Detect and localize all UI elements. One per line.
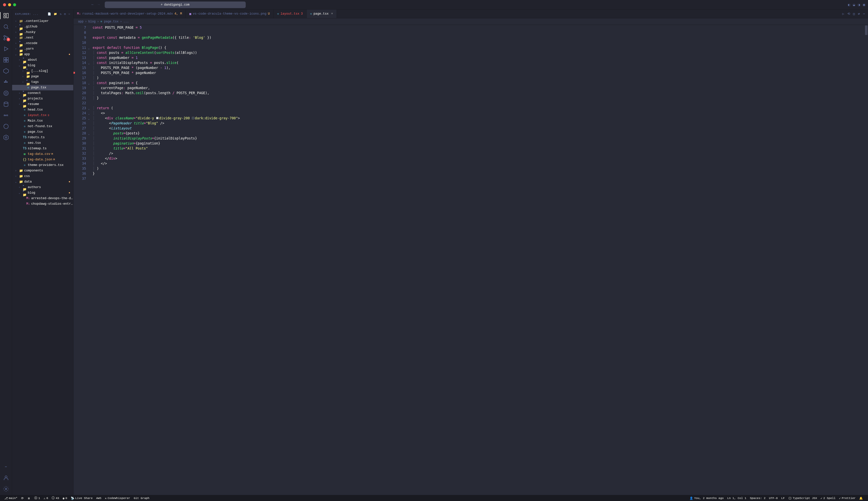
tree-item[interactable]: ⚛theme-providers.tsx	[12, 162, 73, 168]
minimize-window[interactable]	[8, 3, 11, 6]
k8s-activity[interactable]	[3, 135, 9, 140]
diff-icon[interactable]: ⇄	[858, 12, 860, 16]
layout-panel-right-icon[interactable]: ◨	[858, 3, 860, 7]
tree-item[interactable]: ⚛page.tsx	[12, 129, 73, 135]
file-tree[interactable]: ›📁.contentlayer›▸📁.github›▸📁.husky›📁.nex…	[12, 18, 73, 495]
statusbar-item[interactable]: ⟳	[19, 496, 26, 500]
tree-item[interactable]: TSsitemap.ts	[12, 146, 73, 151]
tree-item[interactable]: ›▸📁authors	[12, 184, 73, 190]
tree-item[interactable]: ⊞tag-data.csvM	[12, 151, 73, 157]
statusbar-item[interactable]: 📡Live Share	[69, 496, 94, 500]
tree-item[interactable]: ⌄📁data●	[12, 179, 73, 184]
nx-activity[interactable]	[3, 68, 9, 74]
scrollbar[interactable]	[865, 25, 868, 495]
tree-item[interactable]: ›▸📁[...slug]	[12, 68, 73, 74]
tree-item[interactable]: TSrobots.ts	[12, 135, 73, 140]
collapse-icon[interactable]: ⊟	[64, 12, 66, 15]
tree-item[interactable]: ⌄▸📁blog●	[12, 190, 73, 195]
refresh-icon[interactable]: ↻	[60, 12, 62, 15]
split-icon[interactable]: ◫	[853, 12, 855, 16]
new-folder-icon[interactable]: 📁	[54, 12, 57, 15]
code-editor[interactable]: 7891011⌄121314⌄15161718⌄1920212223⌄24⌄25…	[74, 25, 868, 495]
debug-icon[interactable]: ⟲	[847, 12, 850, 16]
tree-item[interactable]: ⚛Main.tsx	[12, 118, 73, 124]
layout-panel-left-icon[interactable]: ◧	[848, 3, 850, 7]
tree-item[interactable]: ⚛seo.tsx	[12, 140, 73, 146]
tree-item[interactable]: ›▸📁projects	[12, 96, 73, 102]
aws-activity[interactable]: aws	[3, 112, 9, 118]
layout-customize-icon[interactable]: ▦	[863, 3, 865, 7]
tree-item[interactable]: ›▸📁connect	[12, 90, 73, 96]
tree-item[interactable]: {}tag-data.jsonM	[12, 157, 73, 162]
tree-item[interactable]: ⌄▸📁blog	[12, 63, 73, 68]
maximize-window[interactable]	[13, 3, 16, 6]
editor-tab[interactable]: ⚛page.tsx×	[307, 10, 337, 18]
statusbar-item[interactable]: 🔔	[857, 497, 866, 500]
breadcrumb-item[interactable]: ...	[124, 20, 129, 23]
tree-item[interactable]: ⚛not-found.tsx	[12, 124, 73, 129]
statusbar-item[interactable]: ⓘ43	[50, 496, 61, 500]
statusbar-item[interactable]: AWS	[94, 496, 103, 500]
layout-panel-bottom-icon[interactable]: ⬓	[853, 3, 855, 7]
statusbar-item[interactable]: ⓧ1	[32, 496, 42, 500]
editor-tab[interactable]: M↓rsonal-macbook-work-and-developer-setu…	[74, 10, 186, 18]
tree-item[interactable]: ›▸📁tags	[12, 79, 73, 85]
tree-item[interactable]: M↓arrested-devops-the-dev...	[12, 195, 73, 201]
more-icon[interactable]: ⋯	[68, 12, 70, 15]
editor-tab[interactable]: ⚛layout.tsx3	[274, 10, 307, 18]
account-activity[interactable]	[3, 475, 9, 481]
tree-item[interactable]: ›▸📁resume	[12, 102, 73, 107]
more-tab-icon[interactable]: ⋯	[863, 12, 865, 16]
tree-item[interactable]: ›📁components	[12, 168, 73, 173]
extensions-activity[interactable]	[3, 57, 9, 63]
editor-tab[interactable]: ▣vs-code-dracula-theme-vs-code-icons.png…	[186, 10, 274, 18]
turbo-activity[interactable]	[3, 90, 9, 96]
database-activity[interactable]	[3, 101, 9, 107]
scm-activity[interactable]: 4	[3, 35, 9, 41]
explorer-activity[interactable]	[3, 13, 9, 19]
statusbar-item[interactable]: LF	[779, 497, 786, 500]
command-center[interactable]: ⌕ dandigangi.com	[105, 1, 246, 8]
docker-activity[interactable]	[3, 79, 9, 85]
code-content[interactable]: const POSTS_PER_PAGE = 5export const met…	[91, 25, 868, 495]
more-activity[interactable]: ⋯	[3, 464, 9, 470]
statusbar-item[interactable]: Git Graph	[132, 496, 151, 500]
tree-item[interactable]: ⚛page.tsx	[12, 85, 73, 90]
tree-item[interactable]: ›📁.contentlayer	[12, 18, 73, 24]
statusbar-item[interactable]: Ln 1, Col 1	[726, 497, 748, 500]
new-file-icon[interactable]: 📄	[47, 12, 51, 15]
statusbar-item[interactable]: ✓Prettier	[837, 497, 857, 500]
breadcrumb-item[interactable]: ⚛ page.tsx	[100, 20, 119, 23]
breadcrumb-item[interactable]: blog	[88, 20, 96, 23]
statusbar-item[interactable]: UTF-8	[767, 497, 780, 500]
settings-activity[interactable]	[3, 486, 9, 492]
search-activity[interactable]	[3, 24, 9, 30]
tree-item[interactable]: ›▸📁.husky	[12, 30, 73, 35]
tree-item[interactable]: ⚛head.tsx	[12, 107, 73, 113]
statusbar-item[interactable]: ◉0	[61, 496, 69, 500]
statusbar-item[interactable]: Spaces: 2	[748, 497, 767, 500]
close-tab-icon[interactable]: ×	[331, 12, 333, 15]
breadcrumb[interactable]: app › blog › ⚛ page.tsx › ...	[74, 18, 868, 25]
tree-item[interactable]: ›▸📁about	[12, 57, 73, 63]
tree-item[interactable]: ›📁css	[12, 173, 73, 179]
run-activity[interactable]	[3, 46, 9, 52]
nav-back[interactable]: ←	[92, 3, 94, 7]
statusbar-item[interactable]: ✕CodeWhisperer	[103, 496, 132, 500]
tree-item[interactable]: M↓chopdawg-studios-entrep...	[12, 201, 73, 207]
tree-item[interactable]: ⌄📁app●	[12, 52, 73, 57]
statusbar-item[interactable]: 👤You, 2 months ago	[688, 497, 725, 500]
breadcrumb-item[interactable]: app	[78, 20, 84, 23]
tree-item[interactable]: ›▸📁.yarn	[12, 46, 73, 52]
close-window[interactable]	[3, 3, 6, 6]
edge-activity[interactable]	[3, 124, 9, 129]
statusbar-item[interactable]: ⚠6	[42, 496, 50, 500]
tree-item[interactable]: ›📁page	[12, 74, 73, 79]
statusbar-item[interactable]: ✓2 Spell	[819, 497, 837, 500]
tree-item[interactable]: ⚛layout.tsx3	[12, 113, 73, 118]
statusbar-item[interactable]: {}TypeScript JSX	[786, 497, 819, 500]
statusbar-item[interactable]: ⊞	[26, 496, 33, 500]
tree-item[interactable]: ›📁.next	[12, 35, 73, 41]
nav-forward[interactable]: →	[98, 3, 100, 7]
run-icon[interactable]: ▷	[842, 12, 844, 16]
